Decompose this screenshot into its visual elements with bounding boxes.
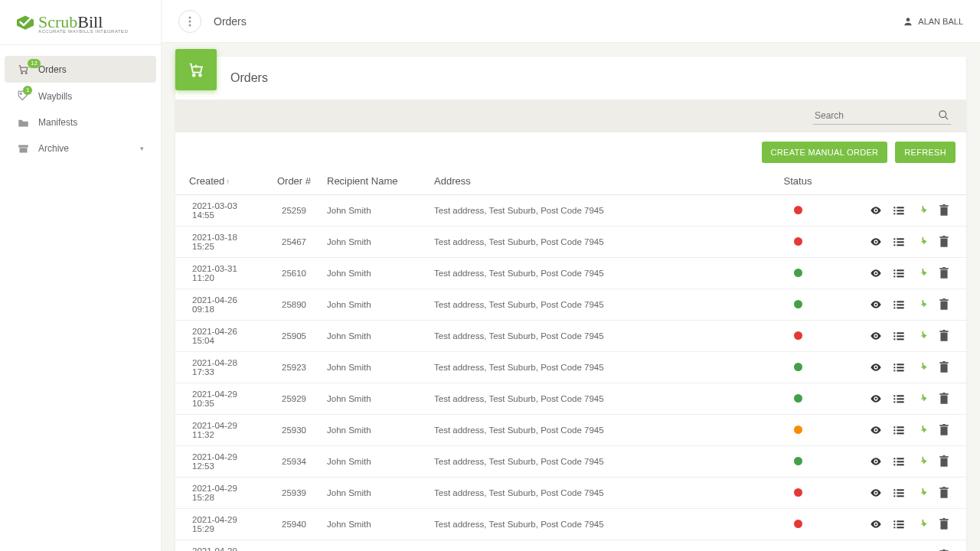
- refresh-button[interactable]: REFRESH: [895, 142, 956, 163]
- create-manual-order-button[interactable]: CREATE MANUAL ORDER: [762, 142, 888, 163]
- details-icon[interactable]: [893, 299, 905, 310]
- sidebar-item-archive[interactable]: Archive ▾: [0, 135, 161, 161]
- cell-order: 25890: [267, 289, 321, 321]
- svg-rect-15: [893, 207, 895, 208]
- details-icon[interactable]: [893, 362, 905, 373]
- cell-created: 2021-04-29 22:10: [175, 540, 267, 552]
- details-icon[interactable]: [893, 331, 905, 341]
- details-icon[interactable]: [893, 236, 905, 247]
- svg-rect-91: [940, 426, 947, 435]
- delete-icon[interactable]: [939, 424, 949, 436]
- chevron-down-icon: ▾: [140, 145, 144, 152]
- view-icon[interactable]: [870, 487, 882, 498]
- cell-created: 2021-04-26 15:04: [175, 321, 267, 352]
- svg-point-54: [875, 335, 877, 337]
- sidebar: ScrubBill ACCURATE WAYBILLS INTEGRATED 1…: [0, 0, 161, 551]
- ship-icon[interactable]: [916, 424, 928, 436]
- ship-icon[interactable]: [916, 204, 928, 217]
- sidebar-item-label: Orders: [38, 64, 67, 75]
- svg-rect-4: [18, 145, 28, 147]
- status-dot: [794, 331, 802, 340]
- cart-icon: [175, 49, 217, 90]
- details-icon[interactable]: [893, 456, 905, 467]
- ship-icon[interactable]: [916, 330, 928, 342]
- sidebar-item-label: Archive: [38, 143, 69, 154]
- svg-point-3: [20, 93, 21, 94]
- view-icon[interactable]: [870, 519, 882, 530]
- svg-rect-26: [897, 238, 903, 240]
- svg-rect-65: [893, 364, 895, 365]
- view-icon[interactable]: [870, 268, 882, 279]
- view-icon[interactable]: [870, 205, 882, 216]
- status-dot: [794, 206, 802, 214]
- svg-rect-37: [893, 272, 895, 274]
- details-icon[interactable]: [893, 487, 905, 498]
- details-icon[interactable]: [893, 205, 905, 216]
- view-icon[interactable]: [870, 456, 882, 467]
- view-icon[interactable]: [870, 425, 882, 435]
- svg-rect-116: [897, 520, 903, 522]
- svg-rect-118: [897, 523, 903, 525]
- cell-recipient: John Smith: [321, 352, 428, 383]
- user-menu[interactable]: ALAN BALL: [903, 16, 963, 27]
- details-icon[interactable]: [893, 519, 905, 530]
- col-status[interactable]: Status: [760, 168, 836, 195]
- archive-icon: [17, 144, 29, 154]
- svg-rect-70: [897, 370, 903, 371]
- delete-icon[interactable]: [939, 487, 949, 499]
- svg-rect-50: [897, 307, 903, 308]
- ship-icon[interactable]: [916, 267, 928, 279]
- orders-badge: 12: [28, 59, 41, 68]
- delete-icon[interactable]: [939, 518, 949, 530]
- status-dot: [794, 457, 802, 465]
- col-recipient[interactable]: Recipient Name: [321, 168, 428, 195]
- details-icon[interactable]: [893, 268, 905, 279]
- sidebar-item-orders[interactable]: 12 Orders: [5, 56, 156, 83]
- cell-created: 2021-04-29 10:35: [175, 383, 267, 415]
- view-icon[interactable]: [870, 331, 882, 341]
- delete-icon[interactable]: [939, 298, 949, 311]
- ship-icon[interactable]: [916, 236, 928, 248]
- delete-icon[interactable]: [939, 361, 949, 373]
- svg-rect-98: [897, 461, 903, 462]
- cell-order: 25905: [267, 321, 321, 352]
- svg-rect-52: [939, 299, 948, 301]
- ship-icon[interactable]: [916, 518, 928, 530]
- svg-point-44: [875, 304, 877, 306]
- more-button[interactable]: [178, 10, 201, 33]
- col-order[interactable]: Order #: [267, 168, 321, 195]
- col-address[interactable]: Address: [428, 168, 760, 195]
- view-icon[interactable]: [870, 393, 882, 404]
- svg-rect-75: [893, 395, 895, 396]
- details-icon[interactable]: [893, 425, 905, 435]
- ship-icon[interactable]: [916, 298, 928, 311]
- view-icon[interactable]: [870, 299, 882, 310]
- ship-icon[interactable]: [916, 361, 928, 373]
- main: Orders ALAN BALL Orders: [161, 0, 980, 551]
- svg-rect-55: [893, 332, 895, 334]
- svg-rect-87: [893, 429, 895, 431]
- search-input[interactable]: [813, 107, 951, 125]
- ship-icon[interactable]: [916, 487, 928, 499]
- svg-rect-27: [893, 241, 895, 243]
- search-icon[interactable]: [938, 109, 949, 123]
- sidebar-item-manifests[interactable]: Manifests: [0, 109, 161, 135]
- ship-icon[interactable]: [916, 455, 928, 468]
- delete-icon[interactable]: [939, 204, 949, 217]
- delete-icon[interactable]: [939, 267, 949, 279]
- col-created[interactable]: Created↑: [175, 168, 267, 195]
- cell-address: Test address, Test Suburb, Post Code 794…: [428, 540, 760, 552]
- svg-rect-108: [897, 492, 903, 494]
- details-icon[interactable]: [893, 393, 905, 404]
- ship-icon[interactable]: [916, 393, 928, 405]
- view-icon[interactable]: [870, 362, 882, 373]
- svg-point-74: [875, 398, 877, 400]
- delete-icon[interactable]: [939, 455, 949, 468]
- cell-created: 2021-03-18 15:25: [175, 227, 267, 258]
- delete-icon[interactable]: [939, 236, 949, 248]
- view-icon[interactable]: [870, 236, 882, 247]
- sidebar-item-waybills[interactable]: 1 Waybills: [0, 83, 161, 109]
- cell-recipient: John Smith: [321, 195, 428, 227]
- delete-icon[interactable]: [939, 393, 949, 405]
- delete-icon[interactable]: [939, 330, 949, 342]
